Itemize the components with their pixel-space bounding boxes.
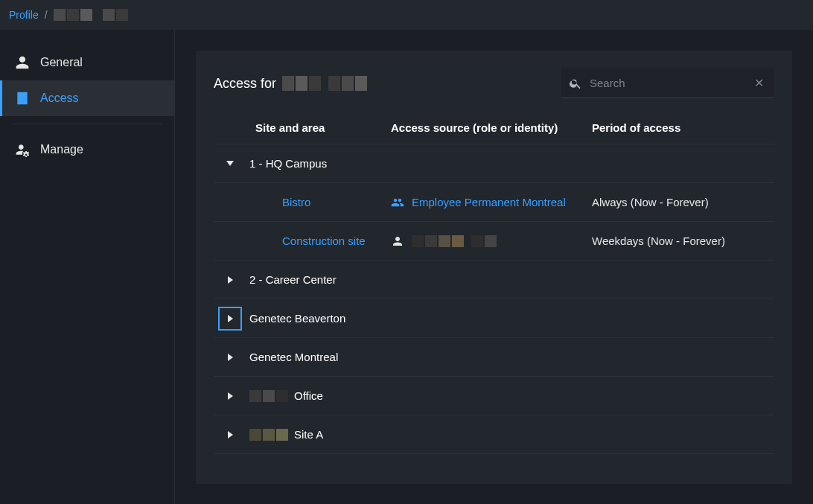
site-row-beaverton[interactable]: Genetec Beaverton [214,299,774,338]
sidebar-item-label: Manage [40,143,83,156]
sidebar-item-label: General [40,56,83,69]
site-row-site-a[interactable]: Site A [214,415,774,454]
sidebar-item-manage[interactable]: Manage [0,132,174,168]
access-panel: Access for ✕ Site and area Access source… [196,51,792,484]
site-row-office[interactable]: Office [214,377,774,415]
expand-toggle[interactable] [220,347,240,368]
access-source-label: Employee Permanent Montreal [412,196,566,208]
access-source [391,235,592,248]
site-label-text: Site A [294,428,323,441]
chevron-right-icon [228,354,233,361]
chevron-right-icon [228,431,233,438]
group-icon [391,196,404,209]
chevron-right-icon [228,392,233,400]
site-row-hq-campus[interactable]: 1 - HQ Campus [214,144,774,183]
expand-toggle[interactable] [220,269,240,290]
site-row-career-center[interactable]: 2 - Career Center [214,261,774,299]
panel-title-identity-redacted [282,76,367,91]
person-icon [391,235,404,248]
search-field[interactable]: ✕ [561,68,774,98]
column-header-source: Access source (role or identity) [391,121,592,134]
column-header-site: Site and area [214,121,391,134]
site-label-text: Office [294,389,323,402]
sidebar: General Access Manage [0,30,175,504]
panel-title: Access for [214,76,367,92]
site-label: Genetec Montreal [249,351,391,363]
breadcrumb-separator: / [45,9,48,21]
table-header: Site and area Access source (role or ide… [214,112,774,144]
site-label: Site A [249,428,391,441]
sidebar-item-label: Access [40,92,79,105]
panel-title-prefix: Access for [214,76,276,92]
area-row-bistro[interactable]: Bistro Employee Permanent Montreal Alway… [214,183,774,222]
site-label: 2 - Career Center [249,273,391,286]
sidebar-divider [12,124,162,124]
site-label: Genetec Beaverton [249,312,391,325]
breadcrumb: Profile / [0,0,813,30]
breadcrumb-root[interactable]: Profile [9,9,39,21]
main-content: Access for ✕ Site and area Access source… [175,30,813,504]
search-input[interactable] [582,77,751,89]
chevron-right-icon [228,276,233,284]
person-icon [15,55,30,70]
search-icon [569,77,582,90]
area-row-construction[interactable]: Construction site Weekdays (Now - Foreve… [214,222,774,261]
building-icon [15,91,30,106]
area-link[interactable]: Construction site [249,235,391,247]
clear-search-button[interactable]: ✕ [751,73,767,93]
identity-redacted [412,235,497,247]
sidebar-item-access[interactable]: Access [0,80,174,116]
site-prefix-redacted [249,429,288,441]
chevron-down-icon [226,161,234,166]
site-prefix-redacted [249,390,288,402]
chevron-right-icon [228,315,233,322]
breadcrumb-identity-redacted [54,9,128,21]
access-period: Always (Now - Forever) [592,196,774,208]
sidebar-item-general[interactable]: General [0,45,174,80]
expand-toggle[interactable] [220,424,240,445]
expand-toggle[interactable] [220,153,240,174]
expand-toggle[interactable] [220,386,240,406]
area-link[interactable]: Bistro [249,196,391,208]
site-row-montreal[interactable]: Genetec Montreal [214,338,774,377]
access-source[interactable]: Employee Permanent Montreal [391,196,592,209]
access-period: Weekdays (Now - Forever) [592,235,774,247]
site-label: Office [249,389,391,402]
column-header-period: Period of access [592,121,774,134]
person-gear-icon [15,142,30,157]
expand-toggle[interactable] [220,308,240,329]
site-label: 1 - HQ Campus [249,157,391,170]
